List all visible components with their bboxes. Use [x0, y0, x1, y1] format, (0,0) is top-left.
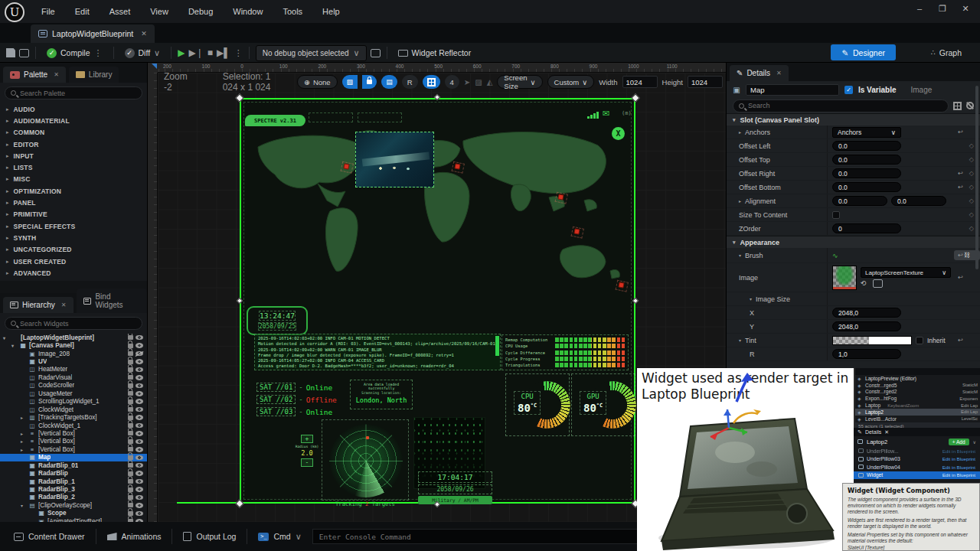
- hierarchy-row[interactable]: ▣ RadarBlip: [0, 469, 147, 477]
- hierarchy-row[interactable]: ▾ ▤ [ClipOverlayScope]: [0, 501, 147, 509]
- usage-meter-widget[interactable]: Remap Computation CPU Usage Cycle Differ…: [501, 334, 629, 370]
- inherit-checkbox[interactable]: [916, 337, 923, 344]
- tab-hierarchy[interactable]: Hierarchy ✕: [3, 297, 74, 313]
- hierarchy-row[interactable]: ◫ CodeScroller: [0, 382, 147, 390]
- expand-icon[interactable]: ▾: [11, 343, 17, 348]
- hierarchy-row[interactable]: ◫ UsageMeter: [0, 390, 147, 397]
- preview-background-icon[interactable]: ▨: [475, 78, 482, 86]
- reset-icon[interactable]: ↩: [958, 252, 963, 259]
- lock-icon[interactable]: [128, 383, 133, 388]
- display-filter-icon[interactable]: [953, 102, 962, 110]
- browse-to-asset-icon[interactable]: [19, 49, 29, 57]
- palette-category[interactable]: ▸ AUDIOMATERIAL: [0, 115, 147, 126]
- selected-widget-map[interactable]: SPECTRE v2.31 ✉ (m) X 13:24:47 2058/09/2…: [240, 98, 635, 504]
- lock-icon[interactable]: [128, 407, 133, 412]
- palette-category[interactable]: ▸ SYNTH: [0, 232, 147, 243]
- visibility-eye-icon[interactable]: [136, 351, 143, 357]
- cursor-tool-icon[interactable]: ➤: [464, 78, 470, 86]
- grid-size-button[interactable]: 4: [445, 75, 459, 89]
- clock-widget[interactable]: 13:24:47 2058/09/25: [247, 306, 308, 335]
- widget-reflector-button[interactable]: Widget Reflector: [394, 46, 476, 60]
- hud-close-button[interactable]: X: [612, 127, 625, 140]
- palette-category[interactable]: ▸ PANEL: [0, 197, 147, 208]
- map-radar-blip[interactable]: [557, 194, 564, 200]
- lock-icon[interactable]: [128, 367, 133, 372]
- visibility-eye-icon[interactable]: [136, 511, 143, 517]
- visibility-eye-icon[interactable]: [136, 367, 143, 373]
- frame-skip-button[interactable]: ▶❘: [188, 47, 203, 58]
- sat-status-list[interactable]: SAT //01 - Online SAT //02 - Offline SAT…: [256, 381, 350, 419]
- hierarchy-row[interactable]: ▣ RadarBlip_1: [0, 478, 147, 485]
- palette-category[interactable]: ▸ PRIMITIVE: [0, 209, 147, 220]
- tab-laptopwidgetblueprint[interactable]: LaptopWidgetBlueprint ✕: [31, 24, 155, 43]
- hierarchy-row[interactable]: ▸ ▥ [TrackingTargetsBox]: [0, 413, 147, 421]
- lock-icon[interactable]: [128, 399, 133, 404]
- hidden-widget-outline[interactable]: [358, 112, 402, 122]
- lock-icon[interactable]: [128, 416, 133, 420]
- lock-icon[interactable]: [128, 511, 133, 516]
- reset-icon[interactable]: ↩: [958, 337, 963, 344]
- image-size-x-input[interactable]: 2048,0: [832, 308, 901, 318]
- diff-button[interactable]: ✓ Diff ∨: [120, 46, 165, 60]
- expand-icon[interactable]: ▸: [21, 447, 26, 452]
- screen-size-dropdown[interactable]: Screen Size ∨: [497, 75, 542, 89]
- temp-gauge[interactable]: GPU 80°C: [571, 373, 635, 436]
- lock-icon[interactable]: [128, 439, 133, 444]
- palette-category[interactable]: ▸ SPECIAL EFFECTS: [0, 220, 147, 232]
- hierarchy-close-icon[interactable]: ✕: [61, 302, 67, 308]
- visibility-eye-icon[interactable]: [136, 503, 143, 508]
- lock-icon[interactable]: [128, 447, 133, 452]
- reset-icon[interactable]: ↩: [958, 129, 963, 135]
- offset-right-input[interactable]: 0.0: [832, 168, 901, 178]
- lock-icon[interactable]: [128, 391, 133, 396]
- menu-item[interactable]: Debug: [179, 4, 222, 19]
- size-to-content-checkbox[interactable]: [832, 211, 840, 219]
- visibility-eye-icon[interactable]: [136, 447, 143, 452]
- menu-item[interactable]: Tools: [273, 4, 312, 19]
- lock-icon[interactable]: [128, 335, 133, 340]
- offset-bottom-input[interactable]: 0.0: [832, 182, 901, 192]
- palette-category[interactable]: ▸ MISC: [0, 174, 147, 185]
- use-selected-icon[interactable]: ⟲: [861, 279, 867, 288]
- palette-category[interactable]: ▸ COMMON: [0, 127, 147, 139]
- lock-icon[interactable]: [128, 455, 133, 460]
- hierarchy-row[interactable]: ▾ [LaptopWidgetBlueprint]: [0, 334, 147, 341]
- graph-mode-button[interactable]: ∴ Graph: [923, 44, 969, 60]
- menu-item[interactable]: View: [141, 4, 178, 19]
- lock-icon[interactable]: [128, 503, 133, 507]
- lock-icon[interactable]: [128, 463, 133, 468]
- hierarchy-row[interactable]: ▣ Map: [0, 454, 147, 461]
- maximize-button[interactable]: ❐: [933, 2, 952, 15]
- lock-icon[interactable]: [128, 344, 133, 348]
- menu-item[interactable]: Asset: [100, 4, 140, 19]
- hierarchy-row[interactable]: ▸ ≡ [Vertical Box]: [0, 429, 147, 437]
- radius-minus-button[interactable]: -: [301, 458, 313, 467]
- scrolling-log-widget[interactable]: 2025-09-16T14:02:03+02:00 INFO CAM-01 MO…: [254, 334, 501, 370]
- anchors-dropdown[interactable]: Anchors∨: [832, 127, 901, 138]
- menu-item[interactable]: Edit: [66, 4, 99, 19]
- console-command-input[interactable]: [312, 529, 642, 544]
- debug-browse-icon[interactable]: [371, 49, 381, 57]
- palette-search[interactable]: [5, 86, 142, 99]
- is-variable-checkbox[interactable]: ✓: [844, 86, 853, 94]
- tint-color-swatch[interactable]: [832, 336, 912, 345]
- visibility-eye-icon[interactable]: [136, 383, 143, 389]
- details-scrollbar[interactable]: [975, 86, 978, 269]
- hierarchy-row[interactable]: ▣ Image_208: [0, 350, 147, 357]
- alignment-x-input[interactable]: 0.0: [832, 196, 887, 206]
- browse-icon[interactable]: [873, 279, 883, 288]
- visibility-eye-icon[interactable]: [136, 407, 143, 412]
- radius-control[interactable]: + Radius (km) 2.0 -: [292, 435, 322, 470]
- hierarchy-row[interactable]: ▣ UV: [0, 357, 147, 365]
- flip-icon[interactable]: ◭: [487, 78, 493, 86]
- palette-category[interactable]: ▸ EDITOR: [0, 139, 147, 150]
- grid-snap-button[interactable]: [423, 75, 440, 89]
- details-search-input[interactable]: [748, 102, 942, 109]
- r-toggle-button[interactable]: R: [402, 75, 418, 89]
- hierarchy-row[interactable]: ◫ ClockWidget_1: [0, 422, 147, 429]
- height-input[interactable]: [688, 76, 723, 88]
- dpi-scale-dropdown[interactable]: Custom ∨: [547, 75, 595, 89]
- palette-category[interactable]: ▸ LISTS: [0, 161, 147, 173]
- texture-thumbnail[interactable]: [832, 266, 857, 290]
- palette-category[interactable]: ▸ AUDIO: [0, 103, 147, 115]
